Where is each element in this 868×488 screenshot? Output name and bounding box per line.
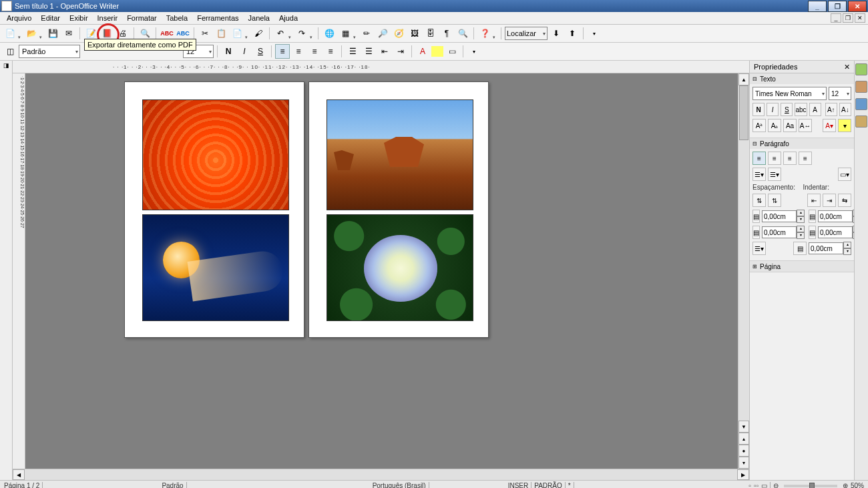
prop-shadow-button[interactable]: A — [809, 103, 821, 116]
status-language[interactable]: Português (Brasil) — [373, 482, 426, 488]
image-hydrangea[interactable] — [327, 214, 473, 321]
line-spacing-button[interactable]: ☰▾ — [752, 242, 766, 255]
prop-inc-para-spacing-button[interactable]: ⇅ — [752, 194, 766, 207]
prop-underline-button[interactable]: S — [781, 103, 793, 116]
vertical-scrollbar[interactable]: ▲ ▼ ▴ ● ▾ — [738, 73, 749, 469]
table-button[interactable]: ▦ — [338, 26, 353, 41]
italic-button[interactable]: I — [237, 44, 252, 59]
underline-button[interactable]: S — [253, 44, 268, 59]
align-right-button[interactable]: ≡ — [307, 44, 322, 59]
hscroll-left-button[interactable]: ◀ — [13, 469, 25, 480]
paragraph-style-combo[interactable]: Padrão — [19, 45, 80, 58]
sidebar-styles-icon[interactable] — [855, 81, 867, 93]
prop-size-combo[interactable]: 12 — [829, 87, 851, 100]
status-selmode[interactable]: PADRÃO — [534, 482, 562, 488]
view-multi-icon[interactable]: ▫▫ — [754, 482, 758, 488]
prop-super-button[interactable]: Aᵃ — [752, 119, 766, 132]
section-pagina-header[interactable]: ⊞Página — [750, 261, 854, 272]
next-page-button[interactable]: ▾ — [738, 457, 749, 469]
prop-sub-button[interactable]: Aₐ — [768, 119, 781, 132]
zoom-slider[interactable] — [784, 485, 837, 487]
above-spacing-spinner[interactable]: ▴▾ — [762, 210, 805, 223]
navigator-button[interactable]: 🧭 — [391, 26, 406, 41]
decrease-indent-button[interactable]: ⇤ — [377, 44, 392, 59]
undo-button[interactable]: ↶ — [273, 26, 288, 41]
help-button[interactable]: ❓ — [477, 26, 492, 41]
menu-janela[interactable]: Janela — [244, 13, 274, 23]
menu-exibir[interactable]: Exibir — [65, 13, 92, 23]
prev-page-button[interactable]: ▴ — [738, 433, 749, 445]
zoom-out-button[interactable]: ⊖ — [773, 482, 779, 488]
new-doc-button[interactable]: 📄 — [3, 26, 17, 41]
gallery-button[interactable]: 🖼 — [407, 26, 422, 41]
doc-minimize-button[interactable]: _ — [831, 13, 841, 23]
bold-button[interactable]: N — [221, 44, 236, 59]
nav-button[interactable]: ● — [738, 445, 749, 457]
doc-restore-button[interactable]: ❐ — [843, 13, 853, 23]
prop-case-button[interactable]: Aa — [783, 119, 797, 132]
doc-close-button[interactable]: ✕ — [855, 13, 865, 23]
menu-editar[interactable]: Editar — [37, 13, 64, 23]
prop-align-center-button[interactable]: ≡ — [768, 152, 781, 165]
menu-ferramentas[interactable]: Ferramentas — [193, 13, 242, 23]
prop-highlight-button[interactable]: ▾ — [838, 119, 851, 132]
find-next-button[interactable]: ⬇ — [549, 26, 564, 41]
document-canvas[interactable] — [25, 73, 738, 469]
find-prev-button[interactable]: ⬆ — [565, 26, 580, 41]
prop-fontcolor-button[interactable]: A▾ — [823, 119, 836, 132]
prop-decrease-font-button[interactable]: A↓ — [839, 103, 851, 116]
open-button[interactable]: 📂 — [24, 26, 39, 41]
find-replace-button[interactable]: 🔎 — [375, 26, 390, 41]
increase-indent-button[interactable]: ⇥ — [393, 44, 408, 59]
menu-arquivo[interactable]: Arquivo — [3, 13, 35, 23]
prop-dec-para-spacing-button[interactable]: ⇅ — [768, 194, 781, 207]
paste-button[interactable]: 📄 — [230, 26, 244, 41]
prop-inc-indent-button[interactable]: ⇥ — [823, 194, 836, 207]
view-single-icon[interactable]: ▫ — [748, 482, 751, 488]
image-orange-flower[interactable] — [142, 99, 289, 210]
prop-hanging-indent-button[interactable]: ⇆ — [838, 194, 851, 207]
bg-color-button[interactable]: ▭ — [445, 44, 459, 59]
prop-bullets-button[interactable]: ☰▾ — [752, 168, 766, 181]
highlight-button[interactable] — [431, 46, 443, 57]
prop-bgcolor-button[interactable]: ▭▾ — [838, 168, 851, 181]
zoom-in-button[interactable]: ⊕ — [843, 482, 848, 488]
horizontal-ruler[interactable]: · · ·1· · ·2· · ·3· · ·4· · ·5· · ·6· · … — [13, 61, 749, 73]
sidebar-properties-icon[interactable] — [855, 63, 867, 75]
align-center-button[interactable]: ≡ — [291, 44, 306, 59]
section-paragrafo-header[interactable]: ⊟Parágrafo — [750, 138, 854, 149]
menu-ajuda[interactable]: Ajuda — [275, 13, 302, 23]
sidebar-navigator-icon[interactable] — [855, 115, 867, 128]
email-button[interactable]: ✉ — [61, 26, 76, 41]
status-style[interactable]: Padrão — [162, 482, 183, 488]
save-button[interactable]: 💾 — [45, 26, 60, 41]
redo-button[interactable]: ↷ — [294, 26, 309, 41]
status-page[interactable]: Página 1 / 2 — [4, 482, 39, 488]
prop-italic-button[interactable]: I — [767, 103, 779, 116]
prop-dec-indent-button[interactable]: ⇤ — [807, 194, 821, 207]
sidebar-gallery-icon[interactable] — [855, 98, 867, 110]
hscroll-right-button[interactable]: ▶ — [737, 469, 749, 480]
firstline-indent-spinner[interactable]: ▴▾ — [809, 242, 851, 255]
scroll-thumb[interactable] — [739, 85, 748, 140]
show-draw-button[interactable]: ✏ — [359, 26, 374, 41]
prop-numbering-button[interactable]: ☰▾ — [768, 168, 781, 181]
properties-close-icon[interactable]: ✕ — [844, 63, 850, 71]
image-jellyfish[interactable] — [142, 214, 289, 321]
image-desert-rock[interactable] — [327, 99, 473, 210]
section-texto-header[interactable]: ⊟Texto — [750, 73, 854, 84]
align-justify-button[interactable]: ≡ — [323, 44, 338, 59]
find-combo[interactable]: Localizar — [505, 27, 548, 40]
zoom-value[interactable]: 50% — [851, 482, 864, 488]
prop-strike-button[interactable]: abc — [795, 103, 807, 116]
close-button[interactable]: ✕ — [848, 1, 867, 12]
prop-align-right-button[interactable]: ≡ — [783, 152, 797, 165]
hyperlink-button[interactable]: 🌐 — [322, 26, 337, 41]
view-book-icon[interactable]: ▭ — [761, 482, 767, 488]
font-color-button[interactable]: A — [415, 44, 430, 59]
vertical-ruler[interactable]: ·1·2·3·4·5·6·7·8·9·10·11·12·13·14·15·16·… — [13, 73, 25, 469]
status-insert[interactable]: INSER — [508, 482, 529, 488]
fmt-more-icon[interactable]: ▾ — [467, 44, 481, 59]
menu-tabela[interactable]: Tabela — [162, 13, 192, 23]
minimize-button[interactable]: _ — [808, 1, 827, 12]
